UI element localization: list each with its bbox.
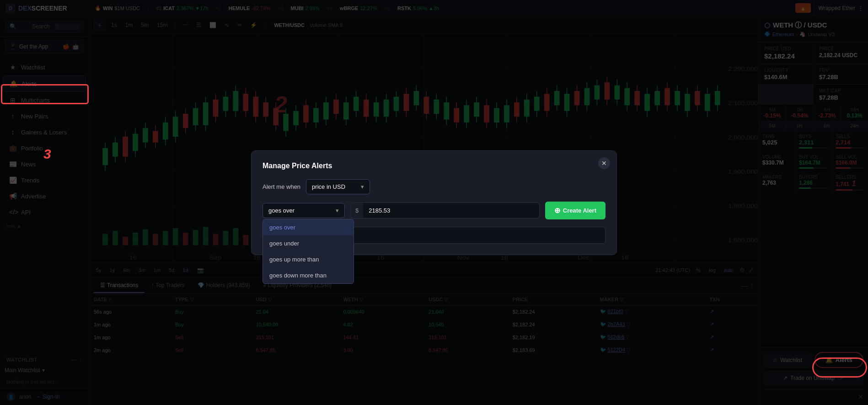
modal-close-button[interactable]: ✕ xyxy=(598,157,610,169)
option-goes-under[interactable]: goes under xyxy=(263,235,354,251)
alert-me-when-label: Alert me when xyxy=(263,183,300,190)
manage-price-alerts-modal: Manage Price Alerts ✕ Alert me when pric… xyxy=(251,150,617,255)
create-alert-plus-icon: ⊕ xyxy=(554,206,560,215)
option-goes-down-more[interactable]: goes down more than xyxy=(263,267,354,283)
currency-symbol: $ xyxy=(350,202,363,218)
option-goes-over[interactable]: goes over xyxy=(263,219,354,235)
price-input-group: $ xyxy=(350,202,540,218)
price-type-dropdown[interactable]: price in USD ▾ xyxy=(306,179,370,194)
alert-condition-row: Alert me when price in USD ▾ xyxy=(263,179,605,194)
modal-overlay: Manage Price Alerts ✕ Alert me when pric… xyxy=(0,0,868,405)
condition-arrow-icon: ▾ xyxy=(336,207,339,214)
price-value-input[interactable] xyxy=(363,202,540,218)
modal-title: Manage Price Alerts xyxy=(263,162,605,170)
condition-dropdown[interactable]: goes over ▾ xyxy=(263,203,345,218)
option-goes-up-more[interactable]: goes up more than xyxy=(263,251,354,267)
price-type-arrow-icon: ▾ xyxy=(361,183,364,190)
condition-dropdown-menu: goes over goes under goes up more than g… xyxy=(263,219,354,284)
create-alert-button[interactable]: ⊕ Create Alert xyxy=(545,202,605,219)
condition-dropdown-wrapper: goes over ▾ goes over goes under goes up… xyxy=(263,203,345,218)
alert-value-row: goes over ▾ goes over goes under goes up… xyxy=(263,202,605,219)
